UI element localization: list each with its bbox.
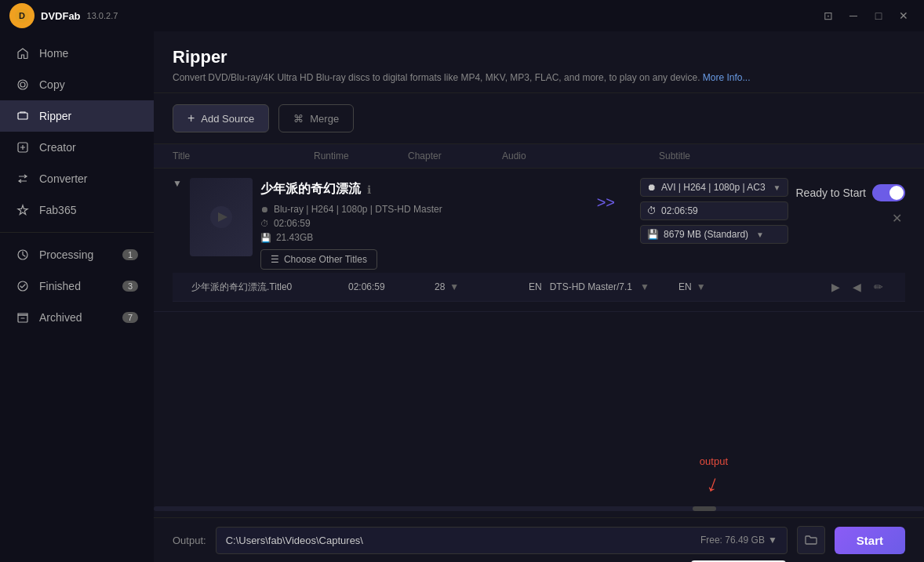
sidebar-item-label: Finished bbox=[39, 280, 81, 292]
chapter-dropdown-icon: ▼ bbox=[449, 281, 459, 292]
finished-icon bbox=[16, 279, 30, 293]
svg-point-7 bbox=[18, 281, 27, 291]
output-format-panel: ⏺ AVI | H264 | 1080p | AC3 ▼ ⏱ 02:06:59 … bbox=[640, 178, 788, 244]
free-space-indicator: Free: 76.49 GB ▼ bbox=[700, 535, 777, 546]
sidebar-item-processing[interactable]: Processing 1 bbox=[0, 239, 154, 270]
source-thumbnail bbox=[190, 178, 253, 256]
storage-icon: 💾 bbox=[260, 233, 271, 243]
output-format-select[interactable]: ⏺ AVI | H264 | 1080p | AC3 ▼ bbox=[640, 178, 788, 197]
app-version: 13.0.2.7 bbox=[87, 11, 118, 20]
source-title-row: 少年派的奇幻漂流 ℹ bbox=[260, 181, 572, 198]
maximize-button[interactable]: □ bbox=[868, 5, 889, 27]
size-dropdown-arrow-icon: ▼ bbox=[756, 230, 764, 239]
sidebar-item-home[interactable]: Home bbox=[0, 38, 154, 69]
sidebar-item-label: Processing bbox=[39, 248, 93, 261]
subtitle-dropdown-icon: ▼ bbox=[697, 281, 706, 292]
sidebar-divider bbox=[0, 232, 154, 239]
sidebar-item-creator[interactable]: Creator bbox=[0, 132, 154, 163]
source-format-row: ⏺ Blu-ray | H264 | 1080p | DTS-HD Master bbox=[260, 204, 572, 215]
title-name: 少年派的奇幻漂流.Title0 bbox=[191, 281, 348, 294]
output-section: output ↓ Output: C:\Users\fab\Videos\Cap… bbox=[154, 517, 924, 562]
titlebar-left: D DVDFab 13.0.2.7 bbox=[9, 3, 118, 28]
source-close-button[interactable]: ✕ bbox=[889, 208, 905, 229]
app-logo: D bbox=[9, 3, 35, 28]
titlebar-controls: ⊡ ─ □ ✕ bbox=[817, 5, 915, 27]
add-source-button[interactable]: + Add Source bbox=[173, 104, 269, 132]
processing-icon bbox=[16, 248, 30, 262]
col-header-runtime: Runtime bbox=[314, 150, 408, 161]
disc-icon: ⏺ bbox=[260, 205, 269, 214]
sidebar-item-label: Home bbox=[39, 47, 68, 60]
output-annotation-text: output bbox=[700, 455, 728, 467]
expand-button[interactable]: ▼ bbox=[173, 178, 182, 189]
output-format-label: AVI | H264 | 1080p | AC3 bbox=[661, 182, 766, 193]
source-size: 21.43GB bbox=[276, 232, 313, 243]
source-meta: ⏺ Blu-ray | H264 | 1080p | DTS-HD Master… bbox=[260, 204, 572, 243]
creator-icon bbox=[16, 140, 30, 154]
audio-format: DTS-HD Master/7.1 bbox=[550, 281, 632, 292]
free-space-arrow: ▼ bbox=[768, 535, 777, 546]
ready-toggle[interactable] bbox=[872, 184, 905, 201]
disc-out-icon: ⏺ bbox=[647, 182, 657, 193]
convert-arrow-icon: >> bbox=[588, 194, 624, 212]
prev-button[interactable]: ◀ bbox=[849, 279, 864, 295]
sidebar-item-ripper[interactable]: Ripper bbox=[0, 100, 154, 132]
sidebar-item-label: Creator bbox=[39, 141, 76, 154]
choose-titles-label: Choose Other Titles bbox=[284, 254, 367, 265]
clock-out-icon: ⏱ bbox=[647, 205, 657, 216]
more-info-link[interactable]: More Info... bbox=[703, 72, 751, 83]
clock-icon: ⏱ bbox=[260, 219, 269, 228]
storage-out-icon: 💾 bbox=[647, 229, 659, 240]
sidebar-item-finished[interactable]: Finished 3 bbox=[0, 270, 154, 302]
output-path-box: C:\Users\fab\Videos\Captures\ Free: 76.4… bbox=[216, 527, 788, 554]
close-button[interactable]: ✕ bbox=[893, 5, 915, 27]
col-header-title: Title bbox=[173, 150, 314, 161]
title-runtime: 02:06:59 bbox=[348, 281, 435, 292]
source-duration-row: ⏱ 02:06:59 bbox=[260, 218, 572, 229]
scrollbar-thumb[interactable] bbox=[693, 506, 716, 511]
ready-status-row: Ready to Start bbox=[796, 184, 906, 201]
dropdown-arrow-icon: ▼ bbox=[773, 183, 781, 192]
fab365-icon bbox=[16, 203, 30, 217]
fullscreen-button[interactable]: ─ bbox=[842, 5, 864, 27]
start-button[interactable]: Start bbox=[835, 527, 905, 554]
toolbar: + Add Source ⌘ Merge bbox=[154, 93, 924, 144]
choose-titles-button[interactable]: ☰ Choose Other Titles bbox=[260, 249, 377, 270]
title-chapter: 28 ▼ bbox=[435, 281, 529, 292]
main-layout: Home Copy Ripper Creator Converter bbox=[0, 31, 924, 562]
source-duration: 02:06:59 bbox=[274, 218, 311, 229]
source-size-row: 💾 21.43GB bbox=[260, 232, 572, 243]
sidebar-item-converter[interactable]: Converter bbox=[0, 163, 154, 194]
merge-button[interactable]: ⌘ Merge bbox=[278, 104, 354, 132]
output-size: 8679 MB (Standard) bbox=[664, 229, 748, 240]
output-annotation: output ↓ bbox=[700, 455, 728, 497]
title-subtitle: EN ▼ bbox=[678, 281, 828, 292]
info-icon[interactable]: ℹ bbox=[367, 183, 371, 196]
sidebar: Home Copy Ripper Creator Converter bbox=[0, 31, 154, 562]
browse-folder-button[interactable] bbox=[797, 526, 825, 554]
sidebar-item-label: Copy bbox=[39, 78, 65, 91]
toggle-knob bbox=[889, 186, 904, 200]
add-source-label: Add Source bbox=[201, 113, 254, 125]
play-button[interactable]: ▶ bbox=[828, 279, 843, 295]
output-size-select[interactable]: 💾 8679 MB (Standard) ▼ bbox=[640, 225, 788, 244]
folder-btn-container: Save as movie folder. bbox=[797, 526, 825, 554]
page-title: Ripper bbox=[173, 47, 905, 67]
svg-text:D: D bbox=[19, 11, 25, 20]
thumb-placeholder bbox=[190, 178, 253, 256]
app-name: DVDFab bbox=[41, 10, 81, 22]
sidebar-item-archived[interactable]: Archived 7 bbox=[0, 302, 154, 333]
title-actions: ▶ ◀ ✏ bbox=[828, 279, 886, 295]
output-row: Output: C:\Users\fab\Videos\Captures\ Fr… bbox=[173, 526, 905, 554]
sidebar-item-fab365[interactable]: Fab365 bbox=[0, 194, 154, 226]
horizontal-scrollbar[interactable] bbox=[154, 506, 924, 511]
minimize-button[interactable]: ⊡ bbox=[817, 5, 839, 27]
table-row: 少年派的奇幻漂流.Title0 02:06:59 28 ▼ EN DTS-HD … bbox=[173, 273, 905, 302]
converter-icon bbox=[16, 172, 30, 186]
page-desc-text: Convert DVD/Blu-ray/4K Ultra HD Blu-ray … bbox=[173, 72, 700, 83]
output-annotation-arrow: ↓ bbox=[704, 469, 724, 498]
audio-lang: EN bbox=[529, 281, 542, 292]
sidebar-item-copy[interactable]: Copy bbox=[0, 69, 154, 100]
next-button[interactable]: ✏ bbox=[871, 279, 886, 295]
ready-label: Ready to Start bbox=[796, 187, 867, 199]
